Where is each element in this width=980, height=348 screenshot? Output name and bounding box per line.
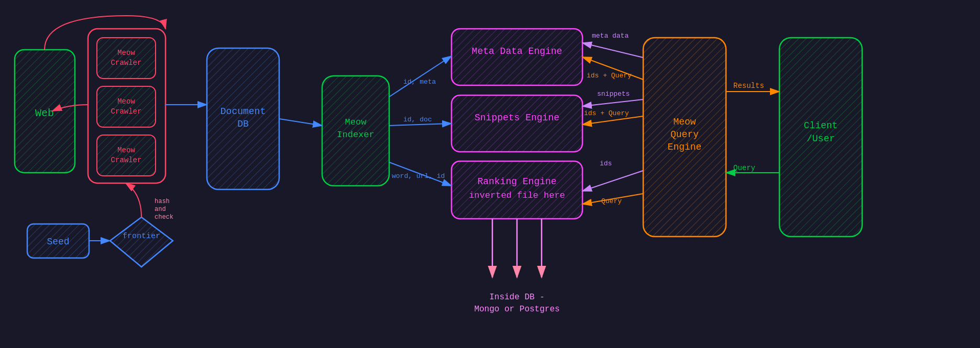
- snippets-label: snippets: [597, 90, 630, 98]
- frontier-label: frontier: [123, 232, 160, 241]
- svg-rect-25: [452, 95, 582, 152]
- svg-text:and: and: [155, 206, 166, 213]
- diagram-container: Web Meow Crawler Meow Crawler Meow Crawl…: [0, 0, 980, 348]
- ids-query-snippets-label: ids + Query: [584, 109, 629, 117]
- word-url-id-label: word, url, id: [392, 172, 445, 180]
- ranking-engine-label: Ranking Engine: [477, 176, 556, 187]
- ids-label: ids: [600, 160, 612, 167]
- query-ranking-label: Query: [601, 197, 622, 205]
- docdb-label: Document: [221, 106, 266, 117]
- web-label: Web: [35, 107, 54, 119]
- svg-text:Mongo or Postgres: Mongo or Postgres: [474, 305, 559, 314]
- architecture-diagram: Web Meow Crawler Meow Crawler Meow Crawl…: [0, 0, 980, 348]
- svg-rect-26: [452, 161, 582, 219]
- crawler2-label: Meow: [117, 97, 135, 106]
- svg-text:Crawler: Crawler: [111, 156, 142, 164]
- svg-text:Crawler: Crawler: [111, 107, 142, 116]
- crawler1-label: Meow: [117, 49, 135, 57]
- ids-query-meta-label: ids + Query: [587, 72, 632, 80]
- svg-rect-24: [452, 29, 582, 85]
- svg-text:inverted file here: inverted file here: [469, 190, 565, 200]
- svg-text:Crawler: Crawler: [111, 59, 142, 67]
- svg-rect-17: [97, 135, 156, 176]
- meta-data-label: meta data: [592, 32, 629, 40]
- svg-text:Indexer: Indexer: [337, 130, 374, 140]
- svg-rect-13: [97, 38, 156, 78]
- query-client-label: Query: [733, 164, 755, 172]
- svg-text:Query: Query: [670, 129, 699, 140]
- crawler3-label: Meow: [117, 146, 135, 154]
- seed-label: Seed: [47, 237, 69, 247]
- svg-rect-15: [97, 86, 156, 127]
- indexer-label: Meow: [345, 117, 367, 127]
- frontier-node: [110, 217, 173, 267]
- results-label: Results: [733, 82, 764, 90]
- meta-engine-label: Meta Data Engine: [472, 46, 563, 57]
- svg-text:/User: /User: [807, 133, 835, 144]
- hash-check-label: hash: [155, 198, 170, 205]
- query-engine-label: Meow: [673, 117, 696, 127]
- id-meta-label: id, meta: [403, 78, 436, 86]
- svg-text:check: check: [155, 214, 173, 221]
- client-label: Client: [804, 120, 838, 131]
- id-doc-label: id, doc: [403, 116, 432, 124]
- snippets-engine-label: Snippets Engine: [475, 113, 559, 123]
- inside-db-label: Inside DB -: [489, 293, 545, 302]
- svg-text:Engine: Engine: [668, 142, 702, 152]
- svg-text:DB: DB: [237, 119, 249, 129]
